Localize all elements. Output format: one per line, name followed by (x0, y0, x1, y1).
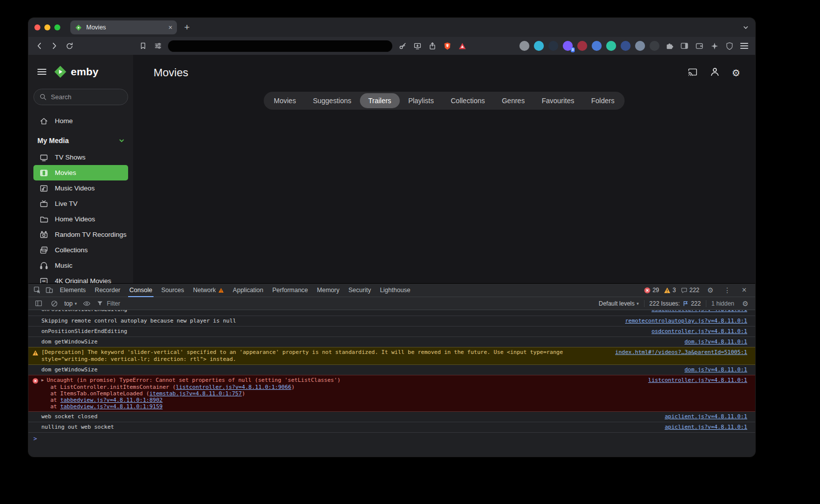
console-context-selector[interactable]: top▾ (64, 300, 77, 307)
search-box[interactable] (33, 89, 128, 105)
stack-link[interactable]: tabbedview.js?v=4.8.11.0:1:8902 (60, 397, 163, 403)
minimize-window-button[interactable] (44, 24, 50, 30)
extension-1-icon[interactable] (519, 41, 529, 51)
settings-gear-icon[interactable]: ⚙ (732, 68, 740, 78)
devtools-tab-sources[interactable]: Sources (157, 284, 188, 297)
extension-5-icon[interactable] (577, 41, 587, 51)
back-icon[interactable] (34, 41, 44, 51)
wallet-icon[interactable] (694, 41, 704, 51)
forward-icon[interactable] (49, 41, 59, 51)
console-source-link[interactable]: dom.js?v=4.8.11.0:1 (684, 366, 747, 373)
extension-7-icon[interactable] (606, 41, 616, 51)
console-source-link[interactable]: apiclient.js?v=4.8.11.0:1 (664, 413, 747, 420)
expand-triangle-icon[interactable]: ▶ (41, 377, 44, 384)
reload-icon[interactable] (64, 41, 74, 51)
console-source-link[interactable]: listcontroller.js?v=4.8.11.0:1 (648, 377, 747, 384)
sidebar-item-live-tv[interactable]: Live TV (33, 196, 128, 211)
device-toolbar-icon[interactable] (43, 285, 55, 296)
live-expression-eye-icon[interactable] (81, 298, 93, 309)
console-prompt-chevron[interactable]: > (33, 435, 37, 442)
sidebar-item-tv-shows[interactable]: TV Shows (33, 150, 128, 165)
tab-favourites[interactable]: Favourites (533, 93, 583, 108)
console-error-count[interactable]: 29 (644, 287, 659, 294)
console-message-count[interactable]: 222 (681, 287, 699, 294)
browser-tab[interactable]: Movies × (70, 20, 177, 34)
console-source-link[interactable]: osdcontroller.js?v=4.8.11.0:1 (652, 328, 747, 335)
stack-link[interactable]: itemstab.js?v=4.8.11.0:1:757 (150, 390, 242, 397)
tab-collections[interactable]: Collections (442, 93, 493, 108)
sidebar-item-home-videos[interactable]: Home Videos (33, 211, 128, 227)
tab-playlists[interactable]: Playlists (400, 93, 442, 108)
console-source-link[interactable]: remotecontrolautoplay.js?v=4.8.11.0:1 (625, 318, 747, 325)
address-bar-redacted[interactable] (168, 40, 392, 52)
user-profile-icon[interactable] (710, 67, 720, 79)
brave-rewards-icon[interactable] (457, 41, 467, 51)
tab-suggestions[interactable]: Suggestions (305, 93, 360, 108)
console-filter[interactable] (97, 300, 186, 307)
console-source-link[interactable]: apiclient.js?v=4.8.11.0:1 (664, 424, 747, 431)
sidebar-item-music-videos[interactable]: Music Videos (33, 180, 128, 196)
password-key-icon[interactable] (397, 41, 407, 51)
inspect-element-icon[interactable] (31, 285, 43, 296)
devtools-tab-performance[interactable]: Performance (268, 284, 313, 297)
share-icon[interactable] (427, 41, 437, 51)
extension-8-icon[interactable] (621, 41, 631, 51)
stack-link[interactable]: listcontroller.js?v=4.8.11.0:1:9066 (176, 384, 292, 390)
devtools-tab-console[interactable]: Console (125, 284, 157, 297)
extensions-puzzle-icon[interactable] (664, 41, 674, 51)
send-to-device-icon[interactable] (412, 41, 422, 51)
bookmark-icon[interactable] (138, 41, 148, 51)
console-source-link[interactable]: index.html#!/videos?…3a&parentId=51005:1 (615, 349, 747, 356)
devtools-kebab-menu-icon[interactable]: ⋮ (721, 285, 733, 296)
console-filter-input[interactable] (107, 300, 186, 307)
extension-2-icon[interactable] (534, 41, 544, 51)
sidebar-toggle-icon[interactable] (679, 41, 689, 51)
tab-folders[interactable]: Folders (583, 93, 623, 108)
sidebar-item-collections[interactable]: Collections (33, 242, 128, 258)
privacy-shield-icon[interactable] (724, 41, 734, 51)
issues-counter[interactable]: 222 Issues: 222 (650, 300, 701, 307)
emby-logo[interactable]: emby (53, 65, 99, 79)
console-source-link[interactable]: osdcontroller.js?v=4.8.11.0:1 (652, 310, 747, 313)
drawer-toggle-icon[interactable] (37, 69, 46, 75)
devtools-tab-security[interactable]: Security (344, 284, 375, 297)
devtools-tab-network[interactable]: Network (188, 284, 228, 297)
devtools-tab-application[interactable]: Application (228, 284, 268, 297)
browser-menu-icon[interactable] (739, 41, 749, 51)
tab-genres[interactable]: Genres (493, 93, 533, 108)
close-window-button[interactable] (34, 24, 40, 30)
devtools-settings-icon[interactable]: ⚙ (704, 285, 716, 296)
extension-6-icon[interactable] (592, 41, 602, 51)
brave-shield-icon[interactable] (442, 41, 452, 51)
devtools-close-icon[interactable]: × (738, 285, 750, 296)
console-warning-count[interactable]: 3 (664, 287, 676, 294)
devtools-tab-memory[interactable]: Memory (313, 284, 344, 297)
devtools-tab-elements[interactable]: Elements (55, 284, 90, 297)
extension-3-icon[interactable] (548, 41, 558, 51)
leo-ai-sparkle-icon[interactable] (709, 41, 719, 51)
extension-4-icon[interactable]: 3 (563, 41, 573, 51)
new-tab-button[interactable]: + (180, 20, 194, 34)
extension-9-icon[interactable] (635, 41, 645, 51)
extension-10-icon[interactable] (650, 41, 659, 51)
sidebar-item-movies[interactable]: Movies (33, 165, 128, 180)
tab-close-icon[interactable]: × (168, 24, 172, 31)
devtools-tab-lighthouse[interactable]: Lighthouse (375, 284, 415, 297)
sidebar-item-music[interactable]: Music (33, 258, 128, 273)
sidebar-item-home[interactable]: Home (33, 113, 128, 129)
site-settings-tune-icon[interactable] (153, 41, 163, 51)
my-media-section-header[interactable]: My Media (28, 129, 133, 150)
clear-console-icon[interactable] (48, 298, 60, 309)
tab-trailers[interactable]: Trailers (360, 93, 400, 108)
log-levels-dropdown[interactable]: Default levels▾ (599, 300, 639, 307)
devtools-tab-recorder[interactable]: Recorder (90, 284, 125, 297)
zoom-window-button[interactable] (54, 24, 60, 30)
stack-link[interactable]: tabbedview.js?v=4.8.11.0:1:9159 (60, 403, 163, 410)
console-settings-icon[interactable]: ⚙ (739, 298, 751, 309)
tab-list-chevron-icon[interactable] (742, 24, 749, 31)
sidebar-item-random-tv-recordings[interactable]: Random TV Recordings (33, 227, 128, 242)
cast-icon[interactable] (687, 67, 698, 79)
search-input[interactable] (51, 93, 116, 101)
tab-movies[interactable]: Movies (265, 93, 304, 108)
console-source-link[interactable]: dom.js?v=4.8.11.0:1 (684, 338, 747, 345)
